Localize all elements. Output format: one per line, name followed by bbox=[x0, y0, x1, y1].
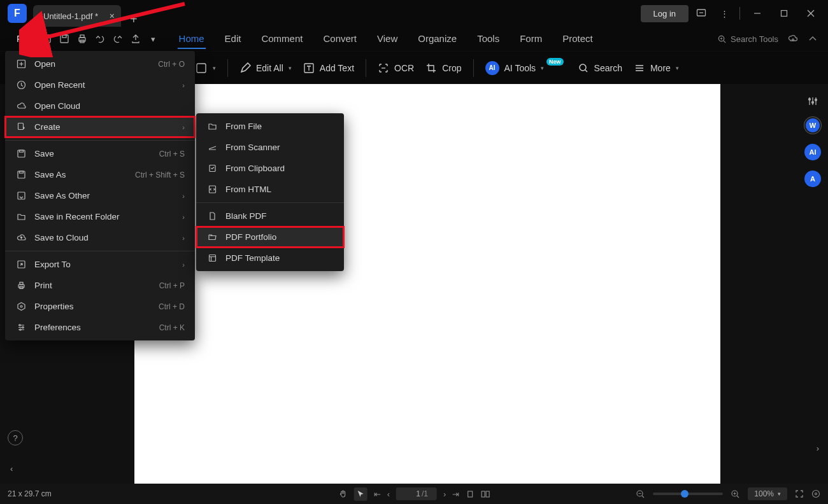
select-tool-icon[interactable] bbox=[354, 487, 368, 501]
cloud-sync-icon[interactable] bbox=[787, 33, 799, 45]
translate-icon[interactable]: A bbox=[804, 171, 821, 187]
submenu-pdf-template[interactable]: PDF Template bbox=[196, 248, 344, 269]
chevron-down-icon: ▾ bbox=[289, 65, 292, 71]
svg-rect-2 bbox=[782, 11, 787, 17]
menu-open-label: Open bbox=[34, 59, 55, 69]
menu-create[interactable]: Create › bbox=[5, 116, 195, 137]
menu-export-to[interactable]: Export To › bbox=[5, 254, 195, 275]
menu-save-as-other[interactable]: Save As Other › bbox=[5, 185, 195, 206]
svg-rect-22 bbox=[19, 150, 23, 152]
minimize-button[interactable] bbox=[745, 4, 769, 23]
submenu-blank-pdf[interactable]: Blank PDF bbox=[196, 206, 344, 227]
open-quick-icon[interactable] bbox=[38, 31, 55, 46]
tab-view[interactable]: View bbox=[376, 29, 399, 49]
more-button[interactable]: More ▾ bbox=[630, 59, 683, 78]
submenu-from-html[interactable]: From HTML bbox=[196, 179, 344, 200]
tab-convert[interactable]: Convert bbox=[322, 29, 358, 49]
zoom-thumb[interactable] bbox=[681, 490, 689, 498]
folder-icon bbox=[14, 212, 28, 221]
hand-tool-icon[interactable] bbox=[338, 489, 348, 499]
page-indicator[interactable]: 1 /1 bbox=[396, 487, 437, 500]
submenu-from-scanner[interactable]: From Scanner bbox=[196, 137, 344, 158]
search-button[interactable]: Search bbox=[574, 59, 626, 78]
login-button[interactable]: Log in bbox=[641, 5, 689, 22]
print-quick-icon[interactable] bbox=[73, 31, 91, 46]
menu-print[interactable]: Print Ctrl + P bbox=[5, 275, 195, 296]
chevron-right-icon[interactable]: › bbox=[817, 444, 819, 453]
menu-save-cloud[interactable]: Save to Cloud › bbox=[5, 227, 195, 248]
chevron-left-icon[interactable]: ‹ bbox=[10, 464, 13, 473]
fullscreen-icon[interactable] bbox=[795, 489, 804, 498]
search-tools[interactable]: Search Tools bbox=[717, 34, 778, 44]
svg-rect-23 bbox=[18, 171, 25, 178]
next-page-icon[interactable]: › bbox=[443, 489, 446, 499]
menu-preferences[interactable]: Preferences Ctrl + K bbox=[5, 317, 195, 338]
prev-page-icon[interactable]: ‹ bbox=[387, 489, 390, 499]
feedback-icon[interactable] bbox=[691, 4, 711, 23]
more-menu-icon[interactable]: ⋮ bbox=[714, 4, 734, 23]
single-page-icon[interactable] bbox=[466, 490, 474, 498]
word-export-icon[interactable]: W bbox=[804, 117, 821, 134]
close-window-button[interactable] bbox=[799, 4, 823, 23]
fit-page-icon[interactable] bbox=[811, 489, 820, 498]
zoom-in-icon[interactable] bbox=[731, 489, 740, 499]
add-text-button[interactable]: Add Text bbox=[299, 59, 358, 78]
menu-save-recent-folder[interactable]: Save in Recent Folder › bbox=[5, 206, 195, 227]
svg-rect-40 bbox=[482, 491, 485, 497]
menu-properties[interactable]: Properties Ctrl + D bbox=[5, 296, 195, 317]
share-icon[interactable] bbox=[127, 31, 145, 46]
tab-protect[interactable]: Protect bbox=[561, 29, 594, 49]
svg-rect-20 bbox=[18, 123, 23, 130]
adjustments-icon[interactable] bbox=[807, 95, 818, 107]
menu-open[interactable]: Open Ctrl + O bbox=[5, 53, 195, 74]
menu-save-as[interactable]: Save As Ctrl + Shift + S bbox=[5, 164, 195, 185]
tab-form[interactable]: Form bbox=[518, 29, 543, 49]
close-tab-icon[interactable]: × bbox=[110, 11, 115, 21]
menu-preferences-label: Preferences bbox=[34, 323, 81, 332]
ocr-button[interactable]: OCR bbox=[374, 59, 418, 78]
menu-export-to-label: Export To bbox=[34, 260, 71, 269]
separator bbox=[196, 202, 344, 203]
new-tab-button[interactable]: + bbox=[130, 12, 138, 27]
menu-create-label: Create bbox=[34, 122, 61, 132]
plus-box-icon bbox=[14, 59, 28, 69]
tab-edit[interactable]: Edit bbox=[224, 29, 243, 49]
maximize-button[interactable] bbox=[772, 4, 796, 23]
document-tab[interactable]: Untitled-1.pdf * × bbox=[33, 5, 121, 27]
save-quick-icon[interactable] bbox=[55, 31, 73, 46]
first-page-icon[interactable]: ⇤ bbox=[374, 489, 381, 499]
menu-open-cloud[interactable]: Open Cloud bbox=[5, 95, 195, 116]
ai-side-icon[interactable]: AI bbox=[804, 144, 821, 160]
crop-button[interactable]: Crop bbox=[422, 59, 465, 78]
shape-tool[interactable]: ▾ bbox=[191, 58, 220, 78]
submenu-pdf-portfolio[interactable]: PDF Portfolio bbox=[196, 227, 344, 248]
chevron-down-icon: ▾ bbox=[213, 65, 216, 71]
tab-tools[interactable]: Tools bbox=[476, 29, 501, 49]
redo-icon[interactable] bbox=[109, 31, 127, 46]
submenu-from-clipboard[interactable]: From Clipboard bbox=[196, 158, 344, 179]
dropdown-icon[interactable]: ▾ bbox=[145, 31, 162, 46]
two-page-icon[interactable] bbox=[480, 490, 490, 498]
undo-icon[interactable] bbox=[91, 31, 109, 46]
clipboard-icon bbox=[205, 164, 219, 173]
edit-all-button[interactable]: Edit All ▾ bbox=[236, 59, 296, 78]
zoom-slider[interactable] bbox=[653, 493, 723, 495]
tab-home[interactable]: Home bbox=[178, 29, 206, 49]
menu-save[interactable]: Save Ctrl + S bbox=[5, 143, 195, 164]
zoom-out-icon[interactable] bbox=[636, 489, 645, 499]
collapse-ribbon-icon[interactable] bbox=[808, 34, 818, 44]
page-navigation: ⇤ ‹ 1 /1 › ⇥ bbox=[338, 487, 490, 501]
tab-comment[interactable]: Comment bbox=[260, 29, 304, 49]
tab-organize[interactable]: Organize bbox=[417, 29, 458, 49]
last-page-icon[interactable]: ⇥ bbox=[452, 489, 459, 499]
menu-open-recent[interactable]: Open Recent › bbox=[5, 74, 195, 95]
zoom-percent[interactable]: 100% ▾ bbox=[748, 487, 787, 500]
submenu-from-clipboard-label: From Clipboard bbox=[225, 164, 285, 173]
submenu-from-file[interactable]: From File bbox=[196, 116, 344, 137]
tab-title: Untitled-1.pdf * bbox=[43, 11, 98, 21]
ai-tools-button[interactable]: AI AI Tools ▾ New bbox=[482, 57, 570, 79]
file-menu-button[interactable]: File bbox=[10, 30, 38, 48]
chevron-right-icon: › bbox=[182, 192, 185, 200]
help-icon[interactable]: ? bbox=[8, 430, 23, 445]
more-label: More bbox=[650, 63, 671, 73]
